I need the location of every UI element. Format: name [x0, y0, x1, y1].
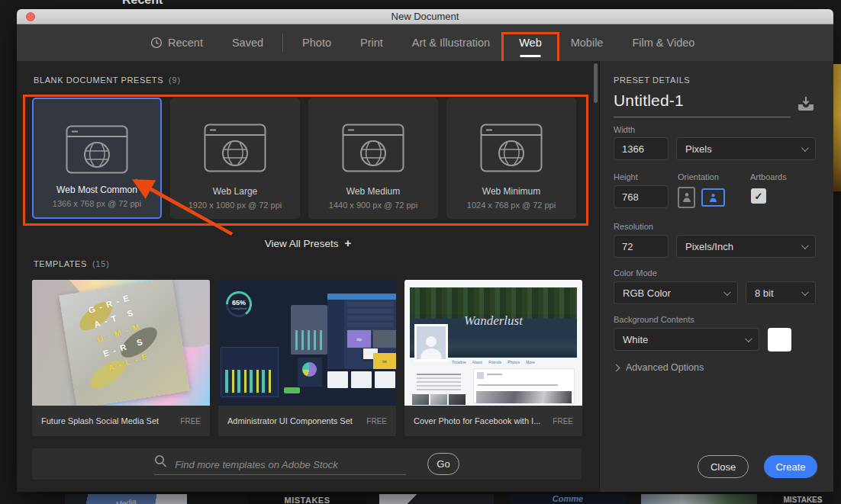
tab-divider: [282, 34, 283, 52]
chevron-down-icon: [745, 335, 752, 342]
template-preview: 65% Completed zip txt: [218, 280, 396, 406]
width-input[interactable]: 1366: [614, 137, 669, 160]
background-contents-select[interactable]: White: [614, 328, 759, 351]
orientation-label: Orientation: [678, 172, 719, 181]
save-preset-icon[interactable]: [797, 96, 815, 114]
adobe-stock-search-bar: Find more templates on Adobe Stock Go: [32, 448, 582, 480]
stock-search-input[interactable]: Find more templates on Adobe Stock: [154, 454, 406, 475]
new-document-dialog: New Document Recent Saved Photo Print Ar…: [17, 9, 833, 492]
width-unit-select[interactable]: Pixels: [676, 137, 816, 160]
background-image-sliver: [833, 64, 841, 191]
profile-avatar: [414, 324, 448, 361]
orientation-landscape-button[interactable]: [701, 188, 725, 207]
bg-thumbnail: Media: [65, 494, 187, 504]
advanced-options-toggle[interactable]: Advanced Options: [614, 362, 704, 373]
presets-row: Web Most Common 1366 x 768 px @ 72 ppi W…: [32, 98, 576, 219]
resolution-label: Resolution: [614, 222, 653, 231]
resolution-input[interactable]: 72: [614, 235, 669, 258]
template-admin-ui[interactable]: 65% Completed zip txt: [218, 280, 396, 436]
background-image-sliver: [833, 268, 841, 389]
search-placeholder: Find more templates on Adobe Stock: [175, 459, 337, 470]
artboards-checkbox[interactable]: ✓: [751, 188, 766, 204]
preset-details-heading: PRESET DETAILS: [614, 75, 690, 85]
go-button[interactable]: Go: [427, 453, 459, 475]
tab-print[interactable]: Print: [346, 24, 398, 61]
height-label: Height: [614, 172, 638, 181]
color-mode-label: Color Mode: [614, 268, 657, 278]
template-preview: G-R-E A-T S U-M-M E-R S A-L-E: [32, 280, 210, 406]
browser-globe-icon: [480, 124, 543, 175]
templates-heading: TEMPLATES(15): [34, 259, 110, 268]
bg-thumbnail: Comme: [510, 494, 626, 504]
active-tab-underline: [520, 55, 540, 57]
category-tabbar: Recent Saved Photo Print Art & Illustrat…: [17, 24, 833, 61]
bg-thumbnail: MISTAKES: [248, 494, 366, 504]
tab-web[interactable]: Web: [504, 24, 556, 61]
search-icon: [154, 454, 167, 470]
height-input[interactable]: 768: [614, 185, 669, 208]
chevron-right-icon: [613, 364, 620, 371]
background-color-swatch[interactable]: [768, 328, 791, 352]
preset-web-medium[interactable]: Web Medium 1440 x 900 px @ 72 ppi: [308, 98, 438, 219]
template-facebook-cover[interactable]: Wanderlust Timeline About Friends Photos…: [404, 280, 582, 436]
clock-icon: [150, 37, 163, 49]
bg-thumbnail: MISTAKES: [772, 494, 833, 504]
bg-thumbnail: [379, 494, 494, 504]
background-recent-tab: Recent: [122, 0, 163, 7]
preset-details-panel: PRESET DETAILS Untitled-1 Width 1366 Pix…: [599, 61, 833, 492]
chevron-down-icon: [801, 242, 809, 249]
color-mode-select[interactable]: RGB Color: [614, 281, 738, 304]
document-name-field[interactable]: Untitled-1: [614, 91, 791, 117]
check-icon: ✓: [755, 191, 763, 202]
preset-web-minimum[interactable]: Web Minimum 1024 x 768 px @ 72 ppi: [446, 98, 576, 219]
create-button[interactable]: Create: [764, 455, 817, 478]
close-button[interactable]: Close: [698, 455, 749, 478]
bit-depth-select[interactable]: 8 bit: [746, 281, 816, 304]
chevron-down-icon: [723, 288, 731, 296]
view-all-presets[interactable]: View All Presets+: [17, 236, 599, 249]
progress-gauge: 65% Completed: [226, 291, 252, 317]
browser-globe-icon: [204, 124, 266, 175]
free-badge: FREE: [366, 417, 387, 425]
dialog-titlebar: New Document: [17, 9, 833, 24]
template-future-splash[interactable]: G-R-E A-T S U-M-M E-R S A-L-E Future Spl…: [32, 280, 210, 436]
artboards-label: Artboards: [750, 172, 787, 181]
tab-photo[interactable]: Photo: [288, 24, 346, 61]
preset-web-most-common[interactable]: Web Most Common 1366 x 768 px @ 72 ppi: [32, 98, 162, 219]
dialog-title: New Document: [392, 11, 459, 22]
free-badge: FREE: [553, 417, 573, 425]
close-window-button[interactable]: [26, 12, 35, 21]
presets-templates-panel: BLANK DOCUMENT PRESETS(9) Web Mos: [17, 61, 599, 492]
orientation-portrait-button[interactable]: [678, 187, 695, 208]
browser-globe-icon: [66, 125, 128, 177]
tab-art-illustration[interactable]: Art & Illustration: [398, 24, 504, 61]
width-label: Width: [614, 125, 635, 134]
tab-saved[interactable]: Saved: [218, 24, 278, 61]
chevron-down-icon: [801, 288, 809, 296]
scrollbar-thumb[interactable]: [594, 63, 598, 103]
preset-web-large[interactable]: Web Large 1920 x 1080 px @ 72 ppi: [170, 98, 300, 219]
template-preview: Wanderlust Timeline About Friends Photos…: [404, 280, 582, 406]
background-contents-label: Background Contents: [614, 315, 694, 324]
resolution-unit-select[interactable]: Pixels/Inch: [676, 235, 816, 258]
chevron-down-icon: [801, 144, 809, 152]
sale-letters: G-R-E A-T S U-M-M E-R S A-L-E: [54, 280, 196, 406]
browser-globe-icon: [342, 124, 404, 175]
tab-mobile[interactable]: Mobile: [556, 24, 618, 61]
presets-heading: BLANK DOCUMENT PRESETS(9): [34, 75, 181, 85]
free-badge: FREE: [180, 417, 201, 425]
tab-film-video[interactable]: Film & Video: [617, 24, 709, 61]
plus-icon: +: [344, 236, 351, 249]
bg-thumbnail: [641, 494, 757, 504]
tab-recent[interactable]: Recent: [136, 24, 218, 61]
templates-row: G-R-E A-T S U-M-M E-R S A-L-E Future Spl…: [32, 280, 582, 436]
